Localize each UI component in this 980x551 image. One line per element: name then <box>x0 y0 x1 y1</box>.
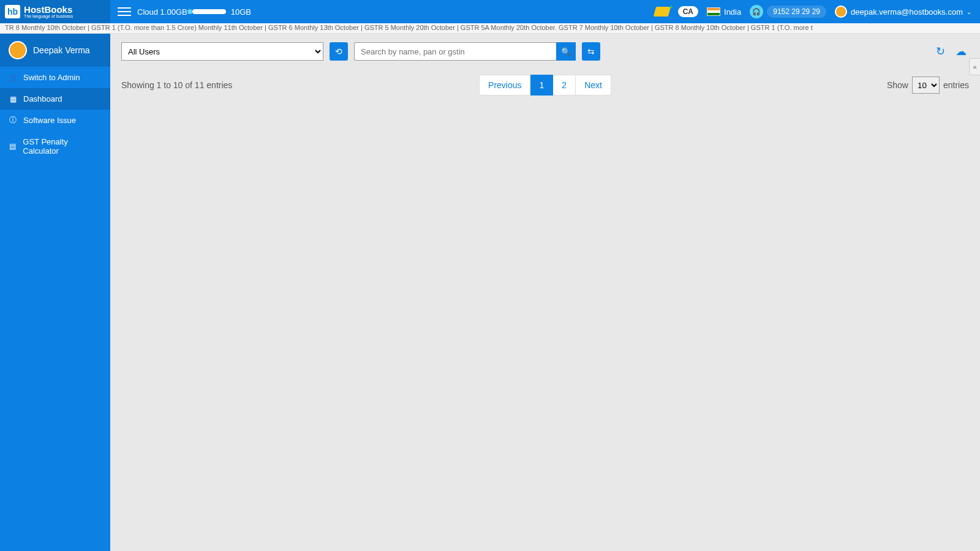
cloud-usage: Cloud 1.00GB <box>137 7 187 17</box>
toolbar: All Users ⟲ 🔍 ⇆ ↻ ☁ <box>110 34 980 69</box>
sync-button[interactable]: ⇆ <box>582 42 600 61</box>
nav-label: GST Penalty Calculator <box>23 137 102 156</box>
nav-label: Dashboard <box>23 94 62 103</box>
logo-tagline: The language of business <box>24 14 73 18</box>
profile-name: Deepak Verma <box>33 45 90 55</box>
logo-name: HostBooks <box>24 5 73 14</box>
page-1-button[interactable]: 1 <box>531 75 554 96</box>
headset-icon: 🎧 <box>750 5 763 18</box>
search-button[interactable]: 🔍 <box>556 42 576 61</box>
user-filter-select[interactable]: All Users <box>121 42 323 61</box>
user-menu[interactable]: deepak.verma@hostbooks.com ⌄ <box>835 6 971 18</box>
logo-initials: hb <box>5 5 20 18</box>
prev-page-button[interactable]: Previous <box>479 75 530 96</box>
sidebar: Deepak Verma 👤Switch to Admin▦Dashboardⓘ… <box>0 34 110 551</box>
chevron-down-icon: ⌄ <box>967 9 971 15</box>
nav-icon: ▤ <box>9 142 17 151</box>
next-page-button[interactable]: Next <box>576 75 611 96</box>
main-content: « All Users ⟲ 🔍 ⇆ ↻ ☁ Showing 1 to 10 of… <box>110 34 980 551</box>
show-label: Show <box>887 80 908 90</box>
logo[interactable]: hb HostBooks The language of business <box>0 0 110 23</box>
sidebar-item-software-issue[interactable]: ⓘSoftware Issue <box>0 110 110 131</box>
cloud-progress-bar <box>192 9 226 14</box>
page-2-button[interactable]: 2 <box>553 75 576 96</box>
refresh-filter-button[interactable]: ⟲ <box>330 42 348 61</box>
top-header: hb HostBooks The language of business Cl… <box>0 0 980 23</box>
sidebar-profile[interactable]: Deepak Verma <box>0 34 110 67</box>
nav-label: Switch to Admin <box>23 73 80 82</box>
avatar-icon <box>9 41 27 59</box>
pagination: Previous 1 2 Next <box>479 75 611 96</box>
nav-icon: ▦ <box>9 95 17 103</box>
showing-text: Showing 1 to 10 of 11 entries <box>121 80 232 90</box>
support-phone[interactable]: 🎧 9152 29 29 29 <box>750 5 826 18</box>
ca-badge[interactable]: CA <box>678 6 698 17</box>
sidebar-item-dashboard[interactable]: ▦Dashboard <box>0 88 110 110</box>
sidebar-item-gst-penalty-calculator[interactable]: ▤GST Penalty Calculator <box>0 131 110 162</box>
entries-select[interactable]: 10 <box>912 77 940 94</box>
nav-icon: 👤 <box>9 73 17 82</box>
list-footer: Showing 1 to 10 of 11 entries Previous 1… <box>110 69 980 101</box>
reload-icon[interactable]: ↻ <box>936 45 949 58</box>
sidebar-item-switch-to-admin[interactable]: 👤Switch to Admin <box>0 67 110 88</box>
flag-icon <box>707 7 720 16</box>
nav-label: Software Issue <box>23 116 76 125</box>
news-ticker: TR 8 Monthly 10th October | GSTR 1 (T.O.… <box>0 23 980 34</box>
avatar-icon <box>835 6 847 18</box>
cloud-total: 10GB <box>231 7 251 17</box>
hamburger-icon[interactable] <box>118 5 131 18</box>
search-input[interactable] <box>354 42 556 61</box>
country-selector[interactable]: India <box>707 7 741 17</box>
ticket-icon[interactable] <box>654 7 671 17</box>
nav-icon: ⓘ <box>9 116 17 125</box>
entries-label: entries <box>943 80 969 90</box>
cloud-download-icon[interactable]: ☁ <box>956 45 969 58</box>
